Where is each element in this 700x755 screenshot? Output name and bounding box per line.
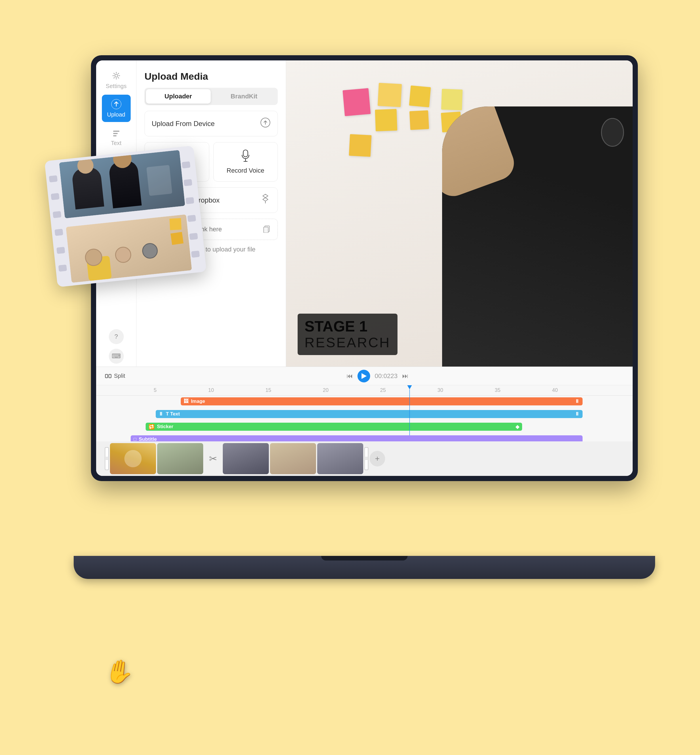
preview-area: ← — [286, 61, 633, 367]
sidebar-text-label: Text — [111, 140, 122, 147]
add-clip-button[interactable]: + — [370, 451, 385, 466]
sticky-note-3 — [409, 86, 431, 107]
laptop: Settings Upload — [91, 55, 638, 602]
sticky-note-yellow2 — [375, 109, 397, 131]
stage-text-1: STAGE 1 — [305, 318, 391, 335]
subtitle-track-bar[interactable]: □ Subtitle — [131, 435, 583, 441]
film-hole — [184, 179, 192, 186]
tab-uploader[interactable]: Uploader — [146, 89, 211, 104]
track-image-content: 🖼 Image ⏸ — [131, 397, 633, 407]
head-1 — [77, 156, 94, 175]
film-hole — [191, 251, 200, 258]
bottom-help-area: ? ⌨ — [109, 326, 124, 367]
mic-icon — [241, 149, 250, 164]
svg-point-0 — [115, 74, 118, 77]
ruler-mark: 35 — [495, 387, 500, 393]
ruler-mark: 30 — [438, 387, 443, 393]
sidebar-settings-label: Settings — [106, 83, 127, 89]
timeline-controls: ⏮ 00:0223 ⏭ — [347, 370, 409, 382]
arm — [442, 106, 519, 201]
ruler-mark: 5 — [154, 387, 156, 393]
ruler-mark: 25 — [380, 387, 386, 393]
svg-rect-21 — [105, 374, 108, 378]
record-voice[interactable]: Record Voice — [213, 142, 278, 182]
cursor-hand: ✋ — [103, 656, 136, 688]
stage-overlay: STAGE 1 RESEARCH — [298, 314, 397, 355]
tab-switcher: Uploader BrandKit — [144, 88, 278, 105]
film-hole — [51, 193, 59, 200]
research-bg: STAGE 1 RESEARCH — [286, 61, 633, 367]
film-hole — [49, 175, 58, 183]
timeline-toolbar: Split ⏮ 00:0223 ⏭ — [96, 367, 633, 385]
sticky-note-7 — [349, 134, 372, 157]
bg-sticky — [170, 218, 181, 230]
right-handle[interactable] — [364, 447, 369, 470]
split-button[interactable]: Split — [105, 373, 125, 379]
image-track-bar[interactable]: 🖼 Image ⏸ — [181, 397, 582, 406]
svg-rect-5 — [113, 135, 117, 136]
sidebar-item-upload[interactable]: Upload — [102, 95, 131, 122]
track-sticker-row: 🔁 Sticker ◆ — [96, 421, 633, 434]
skip-forward-button[interactable]: ⏭ — [402, 372, 408, 380]
text-track-bar[interactable]: ⏸ T Text ⏸ — [156, 410, 582, 418]
sidebar-item-settings[interactable]: Settings — [102, 66, 131, 94]
track-subtitle-row: □ Subtitle — [96, 434, 633, 441]
svg-rect-15 — [243, 150, 248, 157]
play-button[interactable] — [358, 370, 370, 382]
filmstrip-row: ✂ + — [96, 441, 633, 476]
person-silhouette-2 — [108, 159, 142, 208]
person-silhouette — [442, 106, 633, 367]
upload-from-device[interactable]: Upload From Device — [144, 111, 278, 136]
sticky-note-yellow1 — [378, 83, 402, 107]
subtitle-track-label: Subtitle — [139, 437, 156, 441]
track-image-row: 🖼 Image ⏸ — [96, 396, 633, 408]
tab-brandkit[interactable]: BrandKit — [212, 89, 277, 104]
sticker-track-bar[interactable]: 🔁 Sticker ◆ — [145, 423, 522, 431]
ruler-mark: 10 — [208, 387, 214, 393]
film-frame-bottom — [66, 214, 192, 283]
film-thumbnail-1 — [110, 443, 156, 474]
film-thumbnail-4 — [270, 443, 316, 474]
text-track-end-icon: ⏸ — [575, 411, 580, 417]
film-hole — [188, 215, 196, 222]
image-track-label: Image — [191, 398, 205, 404]
text-track-label: T Text — [166, 411, 180, 417]
svg-rect-22 — [109, 374, 111, 378]
svg-rect-20 — [264, 227, 268, 233]
film-hole — [58, 265, 67, 272]
track-subtitle-content: □ Subtitle — [131, 435, 633, 441]
seated-head-2 — [114, 246, 132, 264]
stage-text-2: RESEARCH — [305, 335, 391, 351]
laptop-base — [74, 556, 655, 579]
seated-head-3 — [141, 242, 158, 259]
scissors-icon: ✂ — [205, 450, 222, 467]
timeline-ruler: 5 10 15 20 25 30 35 40 — [96, 385, 633, 396]
panel-title: Upload Media — [144, 71, 278, 82]
film-thumbnail-5 — [317, 443, 363, 474]
ruler-mark: 20 — [323, 387, 328, 393]
floating-filmstrip — [44, 146, 206, 287]
track-text-content: ⏸ T Text ⏸ — [131, 410, 633, 419]
sticker-end-handle: ◆ — [516, 424, 519, 430]
sidebar-item-text[interactable]: Text — [102, 123, 131, 150]
sidebar-upload-label: Upload — [107, 111, 125, 118]
ruler-marks: 5 10 15 20 25 30 35 40 — [154, 387, 558, 393]
sticky-note-pink — [342, 88, 371, 116]
film-hole — [181, 161, 190, 168]
left-handle[interactable] — [105, 447, 109, 470]
keyboard-button[interactable]: ⌨ — [109, 349, 124, 364]
glasses — [601, 118, 624, 147]
skip-back-button[interactable]: ⏮ — [347, 372, 353, 380]
film-hole — [189, 233, 198, 240]
person-silhouette-1 — [71, 166, 104, 209]
upload-from-device-label: Upload From Device — [152, 120, 215, 128]
help-button[interactable]: ? — [109, 329, 124, 344]
film-thumbnail-3 — [223, 443, 269, 474]
text-track-icon: ⏸ — [159, 411, 164, 417]
image-track-end-icon: ⏸ — [575, 398, 580, 404]
track-sticker-content: 🔁 Sticker ◆ — [131, 423, 633, 432]
scene: Settings Upload — [33, 32, 667, 723]
film-hole — [185, 197, 194, 204]
sticker-icon: 🔁 — [148, 424, 155, 430]
svg-rect-3 — [113, 131, 119, 132]
